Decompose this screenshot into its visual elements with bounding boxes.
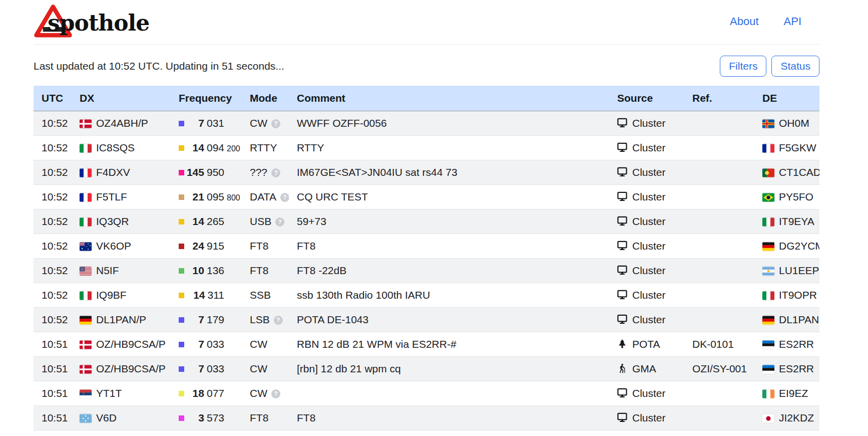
de-callsign-link[interactable]: F5GKW [779, 142, 816, 153]
band-color-icon [179, 145, 184, 151]
spot-comment [289, 381, 609, 406]
denmark-flag-icon [80, 340, 92, 349]
mode-help-icon[interactable]: ? [274, 316, 283, 325]
source-cell: GMA [609, 357, 684, 381]
germany-flag-icon [80, 316, 92, 325]
de-callsign-link[interactable]: CT1CAD [779, 166, 819, 178]
table-row: 10:51 YT1T 18077 CW? Cluster EI9EZ [34, 381, 819, 406]
source-cell: Cluster [609, 160, 684, 185]
monitor-icon [617, 191, 627, 201]
frequency-khz: 095 [207, 191, 224, 202]
frequency-khz: 311 [208, 289, 224, 301]
frequency-khz: 265 [207, 215, 224, 227]
spot-time: 10:52 [34, 209, 72, 234]
france-flag-icon [80, 193, 92, 202]
dx-callsign-link[interactable]: N5IF [96, 265, 119, 276]
de-callsign-link[interactable]: JI2KDZ [779, 412, 814, 423]
dx-callsign-link[interactable]: OZ/HB9CSA/P [96, 338, 166, 350]
frequency-cell: 7179 [171, 308, 242, 332]
spot-comment: FT8 -22dB [289, 259, 609, 283]
mode-label: RTTY [250, 142, 277, 153]
band-color-icon [179, 342, 184, 347]
de-cell: IT9OPR [754, 283, 819, 308]
de-callsign-link[interactable]: LU1EEP [779, 265, 819, 276]
de-callsign-link[interactable]: EI9EZ [779, 387, 808, 399]
mode-label: FT8 [250, 412, 268, 423]
source-cell: Cluster [609, 234, 684, 259]
de-callsign-link[interactable]: IT9OPR [779, 289, 817, 301]
brazil-flag-icon [762, 193, 774, 202]
de-callsign-link[interactable]: DL1PAN [779, 314, 819, 325]
monitor-icon [617, 290, 627, 300]
aland-flag-icon [762, 119, 774, 128]
top-nav: About API [730, 15, 801, 28]
frequency-cell: 7033 [171, 357, 242, 381]
band-color-icon [179, 121, 184, 126]
spot-time: 10:51 [34, 406, 72, 430]
reference-value: DK-0101 [684, 332, 754, 357]
column-header-source: Source [609, 86, 684, 111]
dx-callsign-link[interactable]: YT1T [96, 387, 122, 399]
table-row: 10:52 OZ4ABH/P 7031 CW? WWFF OZFF-0056 C… [34, 111, 819, 136]
mode-label: DATA [250, 191, 276, 202]
mode-label: FT8 [250, 265, 268, 276]
dx-callsign-link[interactable]: DL1PAN/P [96, 314, 146, 325]
monitor-icon [617, 388, 627, 398]
dx-callsign-link[interactable]: F5TLF [96, 191, 127, 202]
dx-callsign-link[interactable]: IQ9BF [96, 289, 127, 301]
dx-cell: OZ/HB9CSA/P [72, 357, 171, 381]
nav-link-about[interactable]: About [730, 15, 759, 28]
mode-help-icon[interactable]: ? [271, 389, 280, 398]
frequency-cell: 21095800 [171, 185, 242, 209]
frequency-mhz: 10 [193, 265, 204, 276]
mode-label: LSB [250, 314, 270, 325]
australia-flag-icon [80, 242, 92, 251]
mode-help-icon[interactable]: ? [271, 119, 280, 128]
table-row: 10:52 F4DXV 145950 ???? IM67GE<SAT>JN04I… [34, 160, 819, 185]
table-row: 10:51 V6D 3573 FT8 FT8 Cluster JI2KDZ [34, 406, 819, 430]
brand-logo[interactable]: spothole [34, 4, 149, 39]
de-callsign-link[interactable]: PY5FO [779, 191, 813, 202]
status-button[interactable]: Status [771, 56, 819, 77]
dx-cell: VK6OP [72, 234, 171, 259]
source-cell: Cluster [609, 406, 684, 430]
france-flag-icon [80, 168, 92, 177]
de-callsign-link[interactable]: DG2YCM [779, 240, 819, 252]
site-header: spothole About API [34, 0, 819, 45]
filters-button[interactable]: Filters [720, 56, 766, 77]
de-callsign-link[interactable]: ES2RR [779, 338, 814, 350]
dx-callsign-link[interactable]: OZ4ABH/P [96, 117, 148, 129]
column-header-ref: Ref. [684, 86, 754, 111]
hiker-icon [617, 363, 627, 373]
dx-callsign-link[interactable]: V6D [96, 412, 117, 423]
dx-callsign-link[interactable]: OZ/HB9CSA/P [96, 363, 166, 374]
dx-cell: F5TLF [72, 185, 171, 209]
de-callsign-link[interactable]: ES2RR [779, 363, 814, 374]
frequency-khz: 915 [207, 240, 224, 252]
spots-table: UTC DX Frequency Mode Comment Source Ref… [34, 86, 819, 430]
dx-callsign-link[interactable]: IQ3QR [96, 215, 129, 227]
mode-help-icon[interactable]: ? [280, 193, 289, 202]
source-cell: Cluster [609, 308, 684, 332]
spot-time: 10:52 [34, 259, 72, 283]
frequency-mhz: 18 [193, 387, 204, 399]
frequency-khz: 094 [207, 142, 224, 153]
nav-link-api[interactable]: API [784, 15, 801, 28]
monitor-icon [617, 265, 627, 275]
frequency-cell: 7031 [171, 111, 242, 136]
de-callsign-link[interactable]: IT9EYA [779, 215, 814, 227]
dx-callsign-link[interactable]: VK6OP [96, 240, 131, 252]
dx-callsign-link[interactable]: IC8SQS [96, 142, 135, 153]
mode-help-icon[interactable]: ? [271, 168, 280, 177]
de-callsign-link[interactable]: OH0M [779, 117, 809, 129]
mode-help-icon[interactable]: ? [275, 217, 284, 227]
dx-callsign-link[interactable]: F4DXV [96, 166, 130, 178]
mode-cell: RTTY [242, 136, 289, 160]
source-cell: POTA [609, 332, 684, 357]
table-row: 10:52 IQ3QR 14265 USB? 59+73 Cluster IT9… [34, 209, 819, 234]
de-cell: IT9EYA [754, 209, 819, 234]
spot-comment: POTA DE-1043 [289, 308, 609, 332]
frequency-mhz: 14 [193, 215, 204, 227]
de-cell: DL1PAN [754, 308, 819, 332]
dx-cell: DL1PAN/P [72, 308, 171, 332]
